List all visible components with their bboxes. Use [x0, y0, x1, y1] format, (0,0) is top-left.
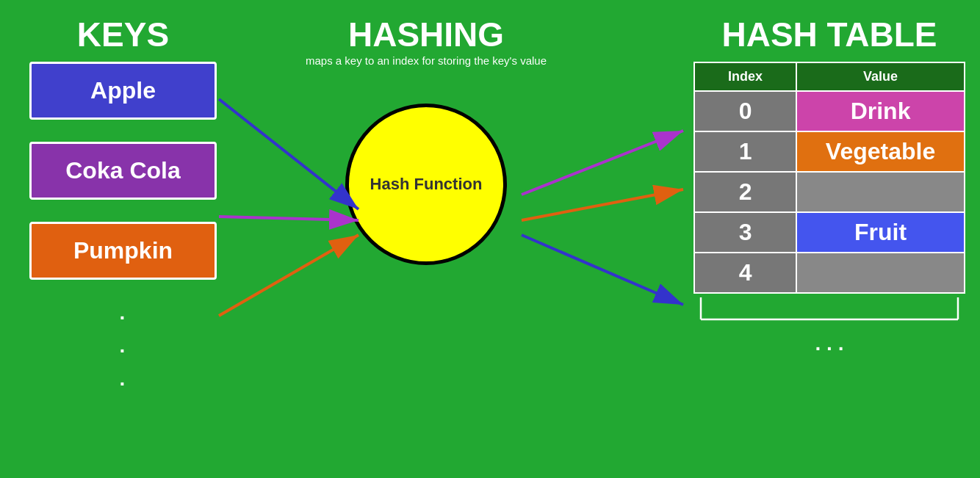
- col-header-index: Index: [694, 62, 796, 91]
- table-row: 1 Vegetable: [694, 131, 965, 172]
- value-vegetable: Vegetable: [796, 131, 965, 172]
- value-fruit: Fruit: [796, 212, 965, 253]
- index-0: 0: [694, 91, 796, 131]
- value-empty-4: [796, 253, 965, 293]
- table-row: 3 Fruit: [694, 212, 965, 253]
- keys-title: KEYS: [29, 15, 217, 54]
- hashing-title: HASHING: [279, 15, 573, 54]
- hash-table: Index Value 0 Drink 1 Vegetable 2 3 Frui…: [693, 62, 965, 294]
- key-pumpkin: Pumpkin: [29, 222, 217, 280]
- hash-function-label: Hash Function: [370, 175, 483, 194]
- value-empty-2: [796, 172, 965, 212]
- keys-section: KEYS Apple Coka Cola Pumpkin ···: [29, 15, 217, 400]
- index-1: 1: [694, 131, 796, 172]
- table-row: 0 Drink: [694, 91, 965, 131]
- index-3: 3: [694, 212, 796, 253]
- key-cokacola: Coka Cola: [29, 142, 217, 200]
- table-row: 4: [694, 253, 965, 293]
- table-dots: · · ·: [693, 337, 965, 361]
- hash-table-title: HASH TABLE: [693, 15, 965, 54]
- key-apple: Apple: [29, 62, 217, 120]
- table-row: 2: [694, 172, 965, 212]
- value-drink: Drink: [796, 91, 965, 131]
- table-bracket-svg: [693, 294, 965, 330]
- keys-dots: ···: [29, 302, 217, 400]
- hashing-section: HASHING maps a key to an index for stori…: [279, 15, 573, 265]
- index-4: 4: [694, 253, 796, 293]
- hash-function-circle: Hash Function: [345, 104, 507, 265]
- col-header-value: Value: [796, 62, 965, 91]
- hashing-subtitle: maps a key to an index for storing the k…: [279, 54, 573, 67]
- index-2: 2: [694, 172, 796, 212]
- hash-table-section: HASH TABLE Index Value 0 Drink 1 Vegetab…: [693, 15, 965, 361]
